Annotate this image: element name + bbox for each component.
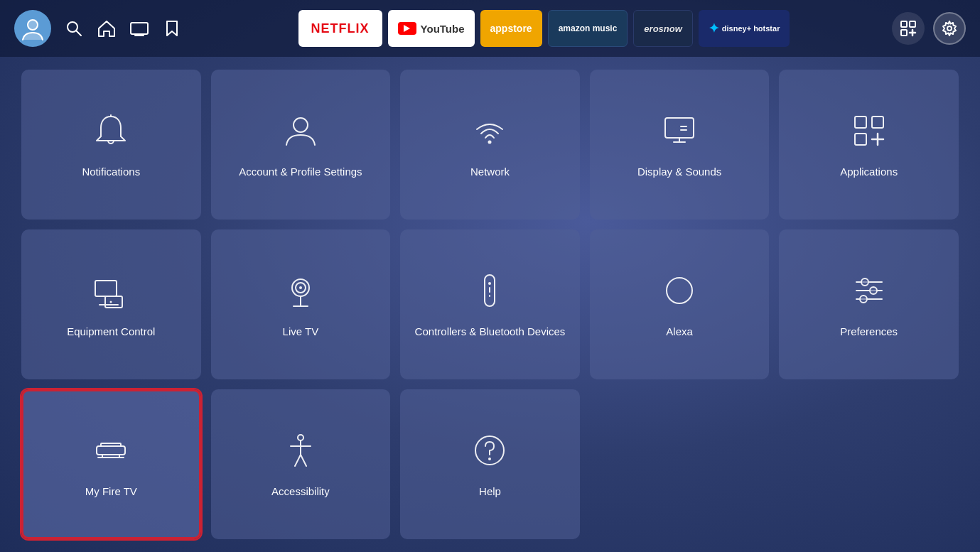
settings-button[interactable] — [933, 12, 966, 45]
tile-applications[interactable]: Applications — [779, 70, 959, 220]
svg-point-35 — [488, 282, 491, 285]
youtube-icon — [398, 22, 416, 35]
firetv-icon — [91, 431, 131, 473]
svg-point-11 — [947, 26, 952, 31]
tile-equipment-label: Equipment Control — [67, 325, 155, 339]
header-left — [14, 10, 182, 47]
tile-alexa-label: Alexa — [666, 325, 693, 339]
svg-point-13 — [294, 118, 308, 132]
tile-display-label: Display & Sounds — [637, 165, 721, 179]
header-nav-icons — [64, 18, 182, 38]
svg-point-14 — [488, 140, 492, 144]
tile-preferences-label: Preferences — [840, 325, 898, 339]
header: NETFLIX YouTube appstore amazon music er… — [0, 0, 980, 57]
tile-help-label: Help — [479, 485, 501, 499]
antenna-icon — [281, 271, 321, 313]
svg-point-31 — [299, 286, 302, 289]
bell-icon — [91, 111, 131, 153]
svg-rect-20 — [855, 117, 866, 128]
sliders-icon — [849, 271, 889, 313]
tile-network[interactable]: Network — [400, 70, 580, 220]
youtube-button[interactable]: YouTube — [388, 10, 475, 47]
tile-account-profile[interactable]: Account & Profile Settings — [211, 70, 391, 220]
tile-display-sounds[interactable]: Display & Sounds — [590, 70, 770, 220]
svg-line-53 — [295, 455, 301, 466]
settings-grid: Notifications Account & Profile Settings… — [0, 57, 980, 552]
tv-monitor-icon — [91, 271, 131, 313]
tile-account-label: Account & Profile Settings — [239, 165, 362, 179]
wifi-icon — [470, 111, 510, 153]
home-icon[interactable] — [97, 18, 117, 38]
svg-point-43 — [870, 287, 877, 294]
tile-live-tv-label: Live TV — [283, 325, 319, 339]
alexa-icon — [659, 271, 699, 313]
tile-accessibility-label: Accessibility — [271, 485, 330, 499]
accessibility-icon — [281, 431, 321, 473]
remote-icon — [470, 271, 510, 313]
erosnow-button[interactable]: erosnow — [633, 10, 692, 47]
svg-point-28 — [110, 301, 112, 303]
hotstar-icon: ✦ — [709, 21, 719, 36]
search-icon[interactable] — [64, 18, 84, 38]
svg-point-38 — [667, 278, 692, 303]
svg-rect-6 — [901, 21, 907, 27]
tile-applications-label: Applications — [840, 165, 898, 179]
svg-rect-3 — [131, 23, 148, 34]
svg-point-56 — [488, 458, 491, 460]
apps-icon — [849, 111, 889, 153]
svg-point-44 — [860, 296, 867, 303]
header-apps: NETFLIX YouTube appstore amazon music er… — [203, 10, 885, 47]
svg-point-50 — [298, 435, 303, 440]
grid-button[interactable] — [892, 12, 925, 45]
svg-rect-26 — [105, 296, 122, 308]
user-icon — [281, 111, 321, 153]
help-icon — [470, 431, 510, 473]
tv-icon[interactable] — [129, 18, 149, 38]
appstore-button[interactable]: appstore — [480, 10, 542, 47]
bookmark-icon[interactable] — [162, 18, 182, 38]
svg-point-0 — [28, 20, 38, 30]
tile-controllers-bluetooth[interactable]: Controllers & Bluetooth Devices — [400, 229, 580, 379]
tile-controllers-label: Controllers & Bluetooth Devices — [415, 325, 566, 339]
tile-my-fire-tv-label: My Fire TV — [85, 485, 137, 499]
svg-rect-7 — [910, 21, 915, 27]
tile-equipment-control[interactable]: Equipment Control — [21, 229, 201, 379]
tile-live-tv[interactable]: Live TV — [211, 229, 391, 379]
svg-rect-15 — [665, 118, 694, 138]
tile-accessibility[interactable]: Accessibility — [211, 389, 391, 539]
svg-rect-25 — [95, 281, 117, 296]
tile-my-fire-tv[interactable]: My Fire TV — [21, 389, 201, 539]
netflix-button[interactable]: NETFLIX — [298, 10, 382, 47]
svg-rect-45 — [97, 446, 125, 455]
hotstar-button[interactable]: ✦ disney+ hotstar — [699, 10, 790, 47]
svg-rect-21 — [872, 117, 883, 128]
svg-rect-8 — [901, 30, 907, 36]
tile-network-label: Network — [470, 165, 510, 179]
tile-preferences[interactable]: Preferences — [779, 229, 959, 379]
amazon-music-button[interactable]: amazon music — [548, 10, 628, 47]
tile-help[interactable]: Help — [400, 389, 580, 539]
svg-rect-22 — [855, 134, 866, 145]
tile-notifications-label: Notifications — [82, 165, 140, 179]
svg-line-54 — [301, 455, 306, 466]
header-right — [892, 12, 966, 45]
svg-point-42 — [861, 278, 868, 286]
monitor-icon — [659, 111, 699, 153]
svg-line-2 — [76, 31, 81, 36]
avatar[interactable] — [14, 10, 51, 47]
svg-rect-46 — [101, 443, 121, 446]
tile-alexa[interactable]: Alexa — [590, 229, 770, 379]
tile-notifications[interactable]: Notifications — [21, 70, 201, 220]
